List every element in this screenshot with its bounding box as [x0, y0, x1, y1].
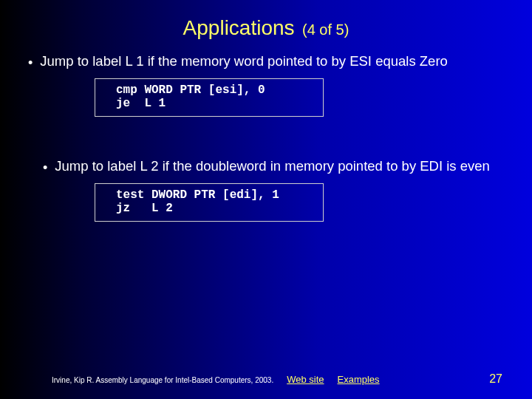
code-block: cmp WORD PTR [esi], 0 je L 1 [95, 78, 324, 117]
bullet-item: • Jump to label L 2 if the doubleword in… [28, 158, 504, 176]
slide-title-area: Applications (4 of 5) [0, 0, 532, 47]
slide-subtitle: (4 of 5) [302, 21, 349, 38]
bullet-item: • Jump to label L 1 if the memory word p… [28, 53, 504, 71]
footer-citation: Irvine, Kip R. Assembly Language for Int… [52, 376, 273, 384]
bullet-text: Jump to label L 1 if the memory word poi… [40, 53, 448, 69]
slide-title: Applications [183, 16, 295, 39]
footer-link-examples[interactable]: Examples [338, 374, 380, 385]
bullet-text: Jump to label L 2 if the doubleword in m… [55, 158, 490, 174]
code-block: test DWORD PTR [edi], 1 jz L 2 [95, 183, 324, 222]
footer-link-website[interactable]: Web site [287, 374, 324, 385]
bullet-dot-icon: • [28, 55, 33, 71]
page-number: 27 [489, 372, 502, 386]
slide-content: • Jump to label L 1 if the memory word p… [0, 47, 532, 222]
bullet-dot-icon: • [43, 160, 47, 176]
slide-footer: Irvine, Kip R. Assembly Language for Int… [0, 372, 532, 386]
